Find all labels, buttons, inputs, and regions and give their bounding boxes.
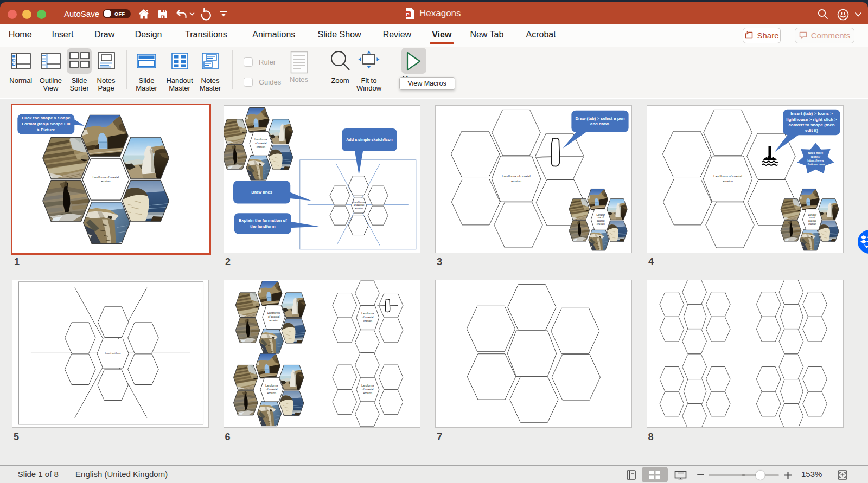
svg-text:erosion: erosion: [267, 392, 276, 395]
svg-text:ms of: ms of: [809, 216, 815, 219]
svg-text:erosion: erosion: [363, 392, 372, 395]
svg-text:Landforms of coastal: Landforms of coastal: [713, 175, 742, 178]
svg-text:erosion: erosion: [355, 207, 363, 210]
svg-text:erosion: erosion: [363, 320, 372, 323]
svg-text:Landforms: Landforms: [254, 138, 267, 141]
svg-text:Insert (tab) > Icons >: Insert (tab) > Icons >: [790, 111, 833, 116]
svg-text:> Picture: > Picture: [37, 127, 55, 132]
svg-text:of coastal: of coastal: [268, 315, 279, 318]
svg-text:of coastal: of coastal: [362, 316, 373, 319]
svg-text:erosion: erosion: [511, 179, 521, 183]
svg-text:Landforms: Landforms: [361, 312, 374, 315]
svg-text:edit it): edit it): [805, 128, 818, 133]
svg-text:Format (tab)> Shape Fill: Format (tab)> Shape Fill: [22, 121, 70, 126]
svg-text:Landforms of coastal: Landforms of coastal: [93, 175, 119, 178]
svg-text:.flaticon.com: .flaticon.com: [806, 163, 824, 166]
svg-text:coastal: coastal: [597, 220, 604, 222]
svg-text:lighthouse > right click >: lighthouse > right click >: [786, 117, 837, 122]
svg-text:Draw lines: Draw lines: [251, 190, 272, 195]
svg-text:erosion: erosion: [596, 223, 604, 226]
svg-text:of coastal: of coastal: [353, 204, 363, 207]
svg-text:erosion: erosion: [808, 223, 816, 226]
svg-text:Click the shape > Shape: Click the shape > Shape: [22, 115, 71, 120]
svg-text:Insert text here: Insert text here: [105, 352, 122, 355]
svg-text:Landforms: Landforms: [267, 312, 280, 314]
svg-text:Landfor: Landfor: [808, 214, 816, 216]
svg-text:erosion: erosion: [269, 319, 278, 322]
svg-text:the landform: the landform: [250, 224, 275, 229]
svg-text:Landforms: Landforms: [353, 201, 365, 204]
svg-text:Landforms: Landforms: [361, 384, 374, 387]
svg-text:https://www: https://www: [807, 159, 824, 162]
svg-text:Need more: Need more: [808, 151, 823, 154]
svg-text:and draw.: and draw.: [590, 121, 610, 126]
svg-text:P: P: [406, 12, 409, 17]
svg-text:Explain the formation of: Explain the formation of: [239, 218, 287, 223]
svg-text:Add a simple sketch/icon: Add a simple sketch/icon: [346, 138, 393, 142]
svg-text:of coastal: of coastal: [362, 388, 373, 391]
svg-text:coastal: coastal: [808, 220, 816, 222]
svg-text:Draw (tab) > select a pen: Draw (tab) > select a pen: [575, 116, 624, 121]
svg-text:erosion: erosion: [101, 179, 110, 183]
svg-text:erosion: erosion: [723, 179, 733, 183]
svg-text:icons?: icons?: [810, 155, 820, 158]
svg-text:of coastal: of coastal: [255, 142, 266, 145]
svg-text:Landforms of coastal: Landforms of coastal: [502, 175, 530, 178]
svg-text:erosion: erosion: [256, 146, 265, 149]
svg-text:of coastal: of coastal: [266, 388, 277, 391]
svg-text:convert to shape (then: convert to shape (then: [788, 123, 834, 127]
svg-text:Landfor: Landfor: [596, 214, 605, 216]
svg-text:Landforms: Landforms: [265, 384, 278, 387]
svg-text:ms of: ms of: [597, 216, 604, 219]
